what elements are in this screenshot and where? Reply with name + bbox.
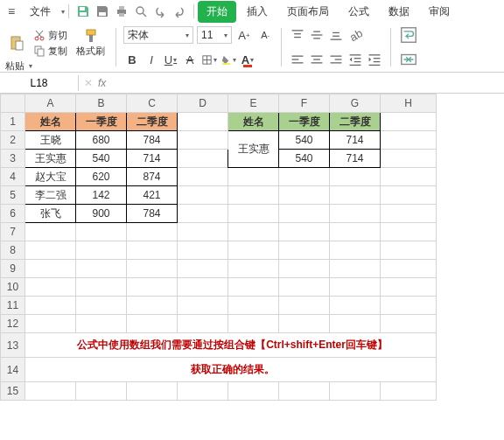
cell[interactable]: [228, 186, 279, 205]
cell[interactable]: [381, 260, 437, 278]
strikethrough-button[interactable]: A: [181, 51, 199, 68]
cell[interactable]: [330, 382, 381, 401]
cell[interactable]: [178, 131, 228, 150]
cell[interactable]: [76, 260, 127, 278]
cell[interactable]: [381, 223, 437, 241]
align-middle-icon[interactable]: [308, 26, 326, 44]
cell[interactable]: [25, 241, 76, 260]
fill-color-button[interactable]: ▾: [220, 51, 237, 68]
cell[interactable]: [178, 205, 228, 223]
cell[interactable]: [25, 260, 76, 278]
cell[interactable]: 张飞: [25, 205, 76, 223]
cell[interactable]: [228, 315, 279, 333]
row-header[interactable]: 11: [1, 297, 25, 315]
align-center-icon[interactable]: [308, 51, 326, 68]
cell[interactable]: [76, 315, 127, 333]
cell[interactable]: 874: [127, 168, 178, 186]
cell[interactable]: [228, 260, 279, 278]
cell[interactable]: [127, 223, 178, 241]
menu-icon[interactable]: ≡: [4, 4, 19, 18]
cell[interactable]: 784: [127, 205, 178, 223]
cell[interactable]: [330, 223, 381, 241]
cell[interactable]: [127, 315, 178, 333]
cell[interactable]: 714: [330, 131, 381, 150]
row-header[interactable]: 2: [1, 131, 25, 150]
row-header[interactable]: 6: [1, 205, 25, 223]
cell[interactable]: 900: [76, 205, 127, 223]
format-painter-button[interactable]: 格式刷: [73, 26, 108, 59]
cell[interactable]: [178, 241, 228, 260]
cell[interactable]: [228, 205, 279, 223]
cell[interactable]: [381, 278, 437, 297]
cell[interactable]: [178, 278, 228, 297]
cell[interactable]: 142: [76, 186, 127, 205]
tab-file[interactable]: 文件: [21, 1, 60, 23]
row-header[interactable]: 8: [1, 241, 25, 260]
cell[interactable]: [330, 260, 381, 278]
tab-insert[interactable]: 插入: [238, 1, 276, 23]
cell[interactable]: [228, 241, 279, 260]
cell[interactable]: 王晓: [25, 131, 76, 150]
decrease-font-icon[interactable]: A-: [256, 26, 274, 44]
cell[interactable]: 620: [76, 168, 127, 186]
cell[interactable]: [25, 297, 76, 315]
cell[interactable]: 二季度: [330, 113, 381, 131]
row-header[interactable]: 3: [1, 150, 25, 168]
cell[interactable]: [279, 223, 330, 241]
select-all-corner[interactable]: [1, 94, 25, 113]
cell[interactable]: 二季度: [127, 113, 178, 131]
cell[interactable]: [178, 315, 228, 333]
col-header[interactable]: H: [381, 94, 437, 113]
cell[interactable]: [330, 205, 381, 223]
cell[interactable]: [330, 168, 381, 186]
row-header[interactable]: 5: [1, 186, 25, 205]
cell[interactable]: [178, 113, 228, 131]
row-header[interactable]: 1: [1, 113, 25, 131]
align-right-icon[interactable]: [327, 51, 345, 68]
cell[interactable]: [279, 382, 330, 401]
col-header[interactable]: G: [330, 94, 381, 113]
cell[interactable]: [25, 382, 76, 401]
tab-data[interactable]: 数据: [380, 1, 418, 23]
save-as-icon[interactable]: [95, 4, 109, 18]
preview-icon[interactable]: [134, 4, 148, 18]
col-header[interactable]: F: [279, 94, 330, 113]
row-header[interactable]: 10: [1, 278, 25, 297]
cell[interactable]: 姓名: [228, 113, 279, 131]
cell[interactable]: [127, 278, 178, 297]
col-header[interactable]: A: [25, 94, 76, 113]
cell[interactable]: 李二强: [25, 186, 76, 205]
fx-icon[interactable]: fx: [98, 77, 106, 89]
cell[interactable]: 赵大宝: [25, 168, 76, 186]
row-header[interactable]: 4: [1, 168, 25, 186]
wrap-text-icon[interactable]: [398, 26, 419, 44]
cell[interactable]: [76, 278, 127, 297]
col-header[interactable]: B: [76, 94, 127, 113]
increase-font-icon[interactable]: A+: [235, 26, 253, 44]
cell[interactable]: [279, 278, 330, 297]
cell[interactable]: 540: [76, 150, 127, 168]
cell[interactable]: [228, 382, 279, 401]
row-header[interactable]: 13: [1, 333, 25, 358]
cell[interactable]: 王实惠: [25, 150, 76, 168]
border-button[interactable]: ▾: [200, 51, 218, 68]
cell[interactable]: [330, 278, 381, 297]
orientation-icon[interactable]: ab: [346, 26, 364, 44]
cell[interactable]: [178, 260, 228, 278]
cell[interactable]: 714: [330, 150, 381, 168]
cell[interactable]: [330, 297, 381, 315]
cell[interactable]: [381, 186, 437, 205]
cell[interactable]: [381, 297, 437, 315]
paste-button[interactable]: [5, 33, 28, 52]
indent-increase-icon[interactable]: [366, 51, 383, 68]
row-header[interactable]: 9: [1, 260, 25, 278]
cell[interactable]: 540: [279, 131, 330, 150]
cell[interactable]: [381, 150, 437, 168]
col-header[interactable]: D: [178, 94, 228, 113]
redo-icon[interactable]: [172, 4, 186, 18]
cell[interactable]: 540: [279, 150, 330, 168]
cell[interactable]: [25, 223, 76, 241]
align-bottom-icon[interactable]: [327, 26, 345, 44]
cell[interactable]: [127, 241, 178, 260]
cell[interactable]: 421: [127, 186, 178, 205]
